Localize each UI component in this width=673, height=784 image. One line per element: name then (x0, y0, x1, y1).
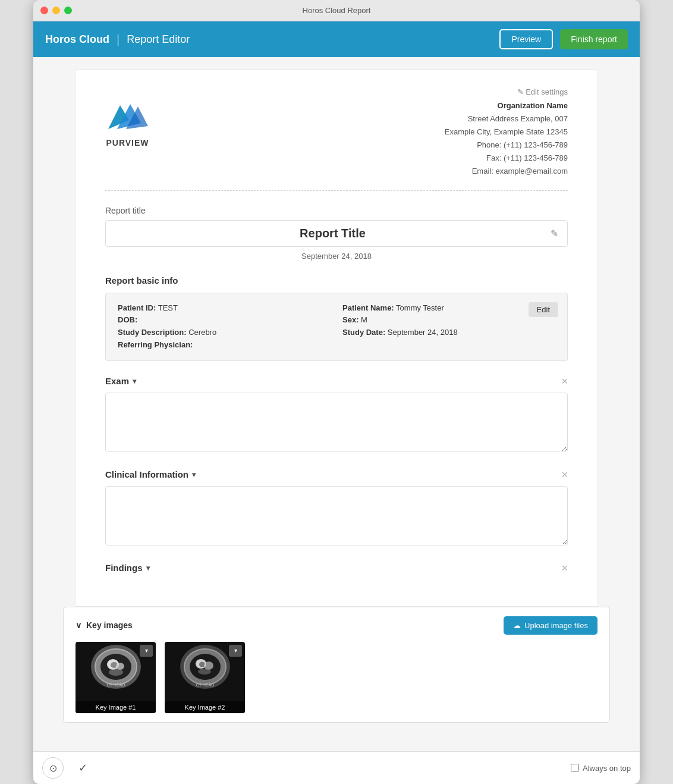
key-images-label: Key images (86, 620, 133, 630)
org-name: Organization Name (445, 99, 568, 112)
exam-title-left: Exam ▾ (105, 376, 136, 386)
exam-textarea[interactable] (105, 393, 568, 452)
svg-text:CT HEAD: CT HEAD (106, 683, 125, 687)
sex-label: Sex: (342, 315, 358, 324)
report-title-section: Report title Report Title ✎ September 24… (105, 206, 568, 261)
findings-close-button[interactable]: × (561, 563, 568, 573)
basic-info-header: Report basic info (105, 275, 568, 286)
logo-area: PURVIEW (105, 99, 150, 148)
study-date-row: Study Date: September 24, 2018 (342, 327, 555, 339)
minimize-button[interactable] (52, 7, 60, 14)
report-title-edit-button[interactable]: ✎ (551, 228, 558, 239)
brand-name: Horos Cloud (45, 33, 109, 46)
study-desc-label: Study Description: (118, 328, 187, 337)
ct-scan-1: CT HEAD (89, 644, 143, 690)
upload-image-button[interactable]: ☁ Upload image files (504, 616, 597, 635)
study-desc-row: Study Description: Cerebro (118, 327, 331, 339)
clinical-close-button[interactable]: × (561, 469, 568, 480)
clinical-chevron-icon: ▾ (192, 471, 196, 479)
exam-chevron-icon: ▾ (133, 377, 136, 385)
patient-id-value: TEST (158, 303, 178, 312)
always-on-top-label: Always on top (583, 764, 631, 773)
exam-close-button[interactable]: × (561, 376, 568, 387)
key-image-1-dropdown[interactable]: ▾ (140, 645, 153, 657)
patient-edit-button[interactable]: Edit (529, 302, 558, 317)
check-button[interactable]: ✓ (78, 761, 87, 774)
basic-info-box: Patient ID: TEST DOB: Study Description:… (105, 293, 568, 361)
always-on-top-checkbox[interactable] (571, 764, 579, 772)
window-title: Horos Cloud Report (303, 6, 371, 15)
clinical-section: Clinical Information ▾ × (105, 469, 568, 548)
study-date-value: September 24, 2018 (388, 328, 458, 337)
navbar-right: Preview Finish report (499, 29, 628, 49)
patient-name-row: Patient Name: Tommy Tester (342, 302, 555, 315)
ct-scan-2: CT HEAD (178, 644, 232, 690)
bottom-left: ⊙ ✓ (42, 757, 87, 779)
key-image-1[interactable]: CT HEAD ▾ Key Image #1 (76, 642, 156, 713)
org-email: Email: example@email.com (445, 165, 568, 178)
svg-point-17 (198, 669, 211, 675)
clinical-title-text: Clinical Information (105, 469, 188, 479)
svg-point-16 (204, 661, 213, 670)
finish-report-button[interactable]: Finish report (560, 29, 628, 49)
org-address2: Example City, Example State 12345 (445, 126, 568, 139)
info-col-right: Patient Name: Tommy Tester Sex: M Study … (342, 302, 555, 352)
edit-settings-row: ✎ Edit settings (105, 87, 568, 96)
org-info: Organization Name Street Address Example… (445, 99, 568, 178)
referring-row: Referring Physician: (118, 339, 331, 352)
study-desc-value: Cerebro (188, 328, 216, 337)
report-title-label: Report title (105, 206, 568, 215)
bottom-bar: ⊙ ✓ Always on top (33, 751, 640, 784)
navbar-divider: | (117, 33, 119, 46)
edit-settings-label[interactable]: Edit settings (526, 87, 568, 96)
header-section: PURVIEW Organization Name Street Address… (105, 99, 568, 191)
findings-title-text: Findings (105, 563, 143, 573)
navbar-left: Horos Cloud | Report Editor (45, 33, 190, 46)
key-image-2-dropdown[interactable]: ▾ (229, 645, 242, 657)
findings-title-left: Findings ▾ (105, 563, 150, 573)
titlebar: Horos Cloud Report (33, 0, 640, 21)
edit-icon: ✎ (517, 87, 524, 96)
org-fax: Fax: (+11) 123-456-789 (445, 152, 568, 165)
org-address1: Street Address Example, 007 (445, 112, 568, 126)
info-col-left: Patient ID: TEST DOB: Study Description:… (118, 302, 331, 352)
patient-id-row: Patient ID: TEST (118, 302, 331, 315)
preview-button[interactable]: Preview (499, 29, 553, 49)
patient-id-label: Patient ID: (118, 303, 156, 312)
main-content: ✎ Edit settings PURVIEW Organization Nam… (33, 57, 640, 751)
sex-value: M (361, 315, 367, 324)
report-date: September 24, 2018 (105, 252, 568, 261)
upload-label: Upload image files (524, 621, 588, 630)
always-on-top: Always on top (571, 764, 631, 773)
patient-name-value: Tommy Tester (396, 303, 444, 312)
clinical-title-row: Clinical Information ▾ × (105, 469, 568, 480)
logo-svg (105, 99, 150, 135)
svg-text:CT HEAD: CT HEAD (196, 683, 214, 687)
collapse-icon: ∨ (76, 620, 81, 630)
referring-label: Referring Physician: (118, 340, 193, 349)
info-grid: Patient ID: TEST DOB: Study Description:… (118, 302, 555, 352)
key-image-2[interactable]: CT HEAD ▾ Key Image #2 (165, 642, 245, 713)
navbar: Horos Cloud | Report Editor Preview Fini… (33, 21, 640, 57)
maximize-button[interactable] (64, 7, 72, 14)
sex-row: Sex: M (342, 314, 555, 327)
report-title-value: Report Title (115, 227, 551, 240)
key-images-header: ∨ Key images ☁ Upload image files (76, 616, 597, 635)
compass-button[interactable]: ⊙ (42, 757, 64, 779)
basic-info-section: Report basic info Patient ID: TEST DOB: (105, 275, 568, 361)
svg-point-9 (109, 669, 123, 676)
key-image-1-label: Key Image #1 (76, 701, 156, 713)
cloud-icon: ☁ (513, 621, 521, 630)
findings-chevron-icon: ▾ (146, 564, 150, 572)
key-images-panel: ∨ Key images ☁ Upload image files (63, 607, 610, 723)
clinical-title-left: Clinical Information ▾ (105, 469, 196, 479)
findings-title-row: Findings ▾ × (105, 563, 568, 573)
titlebar-buttons (40, 7, 72, 14)
close-button[interactable] (40, 7, 48, 14)
exam-title-row: Exam ▾ × (105, 376, 568, 387)
key-images-title: ∨ Key images (76, 620, 133, 630)
patient-name-label: Patient Name: (342, 303, 394, 312)
report-card: ✎ Edit settings PURVIEW Organization Nam… (75, 69, 598, 607)
clinical-textarea[interactable] (105, 486, 568, 545)
editor-label: Report Editor (127, 33, 190, 46)
